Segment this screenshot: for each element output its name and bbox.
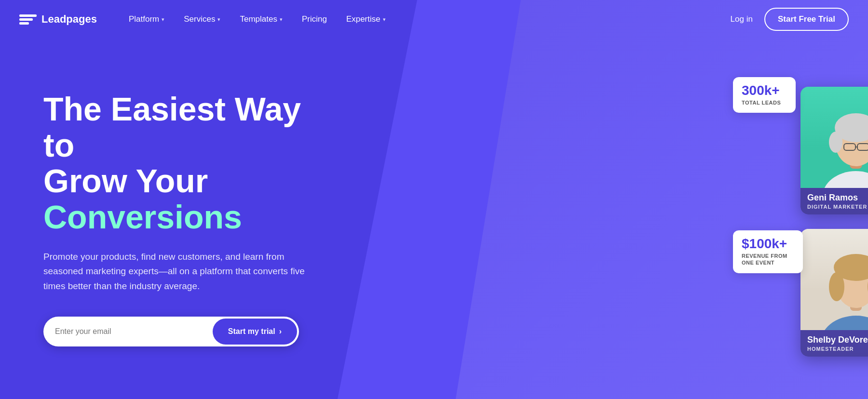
svg-point-5	[829, 132, 842, 153]
profile-card-geni: Geni Ramos DIGITAL MARKETER	[800, 87, 868, 214]
geni-illustration	[800, 87, 868, 188]
nav-expertise[interactable]: Expertise ▾	[339, 11, 393, 28]
shelby-illustration	[800, 229, 868, 330]
nav-right: Log in Start Free Trial	[731, 8, 849, 31]
hero-title: The Easiest Way to Grow Your Conversions	[43, 91, 338, 235]
stat-badge-leads: 300k+ TOTAL LEADS	[733, 77, 796, 113]
platform-chevron-icon: ▾	[162, 16, 164, 23]
hero-section: The Easiest Way to Grow Your Conversions…	[0, 39, 868, 399]
services-chevron-icon: ▾	[217, 16, 220, 23]
navigation: Leadpages Platform ▾ Services ▾ Template…	[0, 0, 868, 39]
profile-card-shelby: Shelby DeVore HOMESTEADER	[800, 229, 868, 357]
shelby-photo	[800, 229, 868, 330]
nav-links: Platform ▾ Services ▾ Templates ▾ Pricin…	[121, 11, 731, 28]
login-button[interactable]: Log in	[731, 14, 753, 24]
templates-chevron-icon: ▾	[280, 16, 283, 23]
logo-icon	[19, 13, 37, 26]
nav-services[interactable]: Services ▾	[176, 11, 228, 28]
expertise-chevron-icon: ▾	[383, 16, 386, 23]
nav-pricing[interactable]: Pricing	[294, 11, 335, 28]
email-input[interactable]	[43, 317, 211, 346]
geni-photo	[800, 87, 868, 188]
start-trial-button[interactable]: Start my trial ›	[213, 319, 297, 345]
start-free-trial-button[interactable]: Start Free Trial	[764, 8, 849, 31]
hero-content: The Easiest Way to Grow Your Conversions…	[0, 91, 338, 346]
shelby-info: Shelby DeVore HOMESTEADER	[800, 330, 868, 357]
geni-info: Geni Ramos DIGITAL MARKETER	[800, 188, 868, 214]
arrow-icon: ›	[279, 327, 282, 336]
logo[interactable]: Leadpages	[19, 13, 97, 26]
hero-subtitle: Promote your products, find new customer…	[43, 250, 323, 293]
svg-point-20	[829, 272, 844, 301]
logo-text: Leadpages	[41, 13, 97, 26]
hero-profiles: 300k+ TOTAL LEADS	[338, 39, 868, 399]
stat-badge-revenue: $100k+ REVENUE FROM ONE EVENT	[733, 230, 803, 273]
nav-templates[interactable]: Templates ▾	[232, 11, 290, 28]
cta-form: Start my trial ›	[43, 317, 299, 346]
nav-platform[interactable]: Platform ▾	[121, 11, 172, 28]
